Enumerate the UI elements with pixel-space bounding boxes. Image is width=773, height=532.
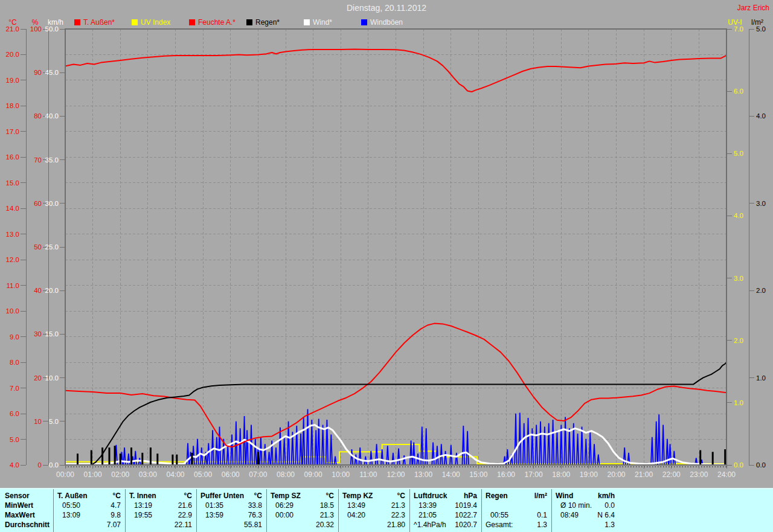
svg-text:19:00: 19:00 bbox=[580, 470, 598, 479]
svg-text:l/m²: l/m² bbox=[751, 18, 763, 27]
svg-text:15.0: 15.0 bbox=[6, 179, 19, 187]
max-value: 22.9 bbox=[178, 511, 192, 519]
avg-value: 1.3 bbox=[537, 521, 547, 529]
table-header-sensor: Sensor bbox=[5, 492, 30, 500]
sensor-unit: °C bbox=[184, 492, 192, 500]
svg-text:40.0: 40.0 bbox=[45, 112, 59, 120]
sensor-unit: l/m² bbox=[534, 492, 547, 500]
min-value: 21.3 bbox=[391, 501, 405, 510]
svg-text:11:00: 11:00 bbox=[359, 470, 377, 479]
svg-text:09:00: 09:00 bbox=[304, 470, 322, 479]
table-sensor-group: T. Innen°C13:1921.619:5522.922.11 bbox=[125, 489, 197, 532]
table-sensor-group: Temp KZ°C13:4921.304:2022.321.80 bbox=[338, 489, 410, 532]
svg-text:17.0: 17.0 bbox=[6, 128, 19, 135]
svg-text:30.0: 30.0 bbox=[45, 200, 59, 207]
max-value: 1022.7 bbox=[455, 511, 477, 519]
sensor-name: Puffer Unten bbox=[200, 492, 244, 500]
max-time: 13:59 bbox=[205, 511, 223, 519]
svg-text:25.0: 25.0 bbox=[45, 243, 59, 251]
svg-text:08:00: 08:00 bbox=[277, 470, 295, 479]
svg-text:4.0: 4.0 bbox=[734, 212, 743, 219]
svg-text:35.0: 35.0 bbox=[45, 156, 59, 164]
max-time: 08:49 bbox=[560, 511, 579, 519]
svg-text:20.0: 20.0 bbox=[6, 51, 19, 58]
svg-text:0.0: 0.0 bbox=[756, 461, 766, 469]
svg-text:17:00: 17:00 bbox=[525, 470, 543, 479]
svg-text:20.0: 20.0 bbox=[45, 287, 59, 294]
svg-text:01:00: 01:00 bbox=[84, 470, 102, 479]
svg-text:30: 30 bbox=[34, 330, 42, 338]
svg-text:3.0: 3.0 bbox=[756, 200, 766, 207]
max-value: N 6.4 bbox=[597, 511, 615, 519]
svg-text:0.0: 0.0 bbox=[734, 461, 743, 469]
statistics-table: SensorMinWertMaxWertDurchschnittT. Außen… bbox=[0, 488, 773, 532]
svg-text:13.0: 13.0 bbox=[6, 231, 19, 238]
svg-text:7.0: 7.0 bbox=[10, 385, 19, 392]
sensor-unit: °C bbox=[326, 492, 334, 500]
max-value: 21.3 bbox=[320, 511, 334, 519]
sensor-unit: °C bbox=[397, 492, 405, 500]
min-time: Ø 10 min. bbox=[560, 501, 592, 510]
avg-value: 22.11 bbox=[175, 521, 192, 529]
svg-text:%: % bbox=[32, 18, 39, 27]
table-sensor-group: Temp SZ°C06:2918.500:0021.320.32 bbox=[266, 489, 339, 532]
svg-text:50: 50 bbox=[34, 243, 42, 251]
min-time: 06:29 bbox=[275, 501, 293, 510]
svg-text:6.0: 6.0 bbox=[10, 410, 19, 417]
min-value: 4.7 bbox=[111, 501, 121, 510]
svg-text:4.0: 4.0 bbox=[10, 461, 19, 469]
svg-text:22:00: 22:00 bbox=[662, 470, 681, 479]
svg-text:18.0: 18.0 bbox=[6, 102, 19, 109]
min-time: 13:19 bbox=[134, 501, 152, 510]
sensor-unit: km/h bbox=[598, 492, 615, 500]
avg-label: Gesamt: bbox=[486, 521, 513, 529]
svg-text:0: 0 bbox=[38, 461, 42, 469]
svg-text:km/h: km/h bbox=[48, 18, 63, 27]
svg-text:05:00: 05:00 bbox=[194, 470, 212, 479]
weather-station-window: Dienstag, 20.11.2012 Jarz Erich T. Außen… bbox=[0, 0, 773, 532]
max-time: 21:05 bbox=[419, 511, 437, 519]
svg-text:8.0: 8.0 bbox=[10, 359, 19, 366]
svg-text:60: 60 bbox=[34, 200, 42, 207]
svg-text:90: 90 bbox=[34, 69, 42, 76]
svg-text:18:00: 18:00 bbox=[552, 470, 570, 479]
svg-text:04:00: 04:00 bbox=[166, 470, 184, 479]
svg-text:20:00: 20:00 bbox=[607, 470, 625, 479]
svg-text:13:00: 13:00 bbox=[414, 470, 432, 479]
max-value: 22.3 bbox=[391, 511, 405, 519]
max-time: 19:55 bbox=[134, 511, 152, 519]
avg-value: 55.81 bbox=[244, 521, 262, 529]
max-time: 00:55 bbox=[490, 511, 508, 519]
max-time: 04:20 bbox=[347, 511, 365, 519]
min-value: 18.5 bbox=[320, 501, 334, 510]
svg-text:10.0: 10.0 bbox=[6, 307, 19, 315]
table-row-label: MinWert bbox=[5, 501, 33, 510]
svg-text:4.0: 4.0 bbox=[756, 112, 766, 120]
min-time: 13:39 bbox=[419, 501, 437, 510]
sensor-name: Temp SZ bbox=[271, 492, 301, 500]
svg-text:5.0: 5.0 bbox=[10, 436, 19, 443]
avg-value: 1020.7 bbox=[455, 521, 477, 529]
sensor-unit: °C bbox=[254, 492, 262, 500]
min-time: 05:50 bbox=[62, 501, 80, 510]
table-sensor-group: T. Außen°C05:504.713:099.87.07 bbox=[53, 489, 126, 532]
svg-text:12.0: 12.0 bbox=[6, 256, 19, 263]
sensor-name: Regen bbox=[486, 492, 508, 500]
svg-text:UV-I: UV-I bbox=[728, 18, 742, 27]
sensor-unit: hPa bbox=[464, 492, 477, 500]
svg-text:03:00: 03:00 bbox=[139, 470, 157, 479]
svg-text:16:00: 16:00 bbox=[497, 470, 515, 479]
max-time: 00:00 bbox=[275, 511, 293, 519]
min-value: 33.8 bbox=[248, 501, 262, 510]
min-value: 1019.4 bbox=[455, 501, 477, 510]
max-value: 9.8 bbox=[111, 511, 121, 519]
weather-chart: 4.05.06.07.08.09.010.011.012.013.014.015… bbox=[0, 0, 773, 487]
svg-text:0.0: 0.0 bbox=[49, 461, 59, 469]
svg-text:5.0: 5.0 bbox=[734, 150, 743, 157]
avg-label: ^1.4hPa/h bbox=[414, 521, 446, 529]
sensor-name: Luftdruck bbox=[414, 492, 447, 500]
max-value: 0.1 bbox=[537, 511, 547, 519]
svg-text:1.0: 1.0 bbox=[756, 374, 766, 382]
sensor-name: T. Außen bbox=[57, 492, 88, 500]
svg-text:°C: °C bbox=[8, 18, 17, 27]
